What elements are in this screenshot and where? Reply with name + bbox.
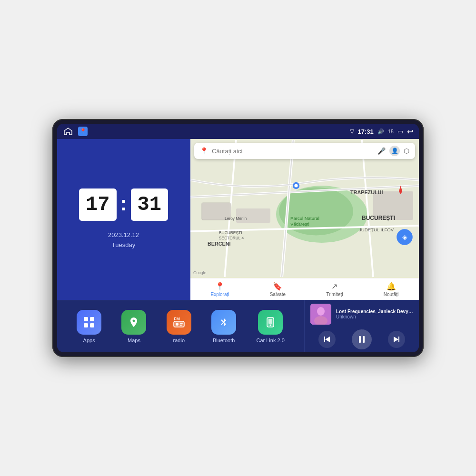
map-nav-explore[interactable]: 📍 Explorați: [211, 282, 229, 297]
clock-separator: :: [120, 192, 127, 215]
music-text: Lost Frequencies_Janieck Devy-... Unknow…: [336, 309, 413, 319]
svg-point-42: [270, 324, 271, 326]
svg-rect-41: [268, 319, 272, 324]
apps-panel: Apps Maps FM: [57, 300, 305, 352]
music-info-row: Lost Frequencies_Janieck Devy-... Unknow…: [310, 304, 413, 325]
map-panel[interactable]: 📍 Căutați aici 🎤 👤 ⬡: [190, 139, 419, 300]
svg-text:BUCUREȘTI: BUCUREȘTI: [362, 215, 395, 221]
music-artist: Unknown: [336, 314, 413, 319]
svg-point-36: [176, 323, 178, 326]
music-controls: [310, 329, 413, 349]
maps-icon: [121, 310, 146, 335]
maps-label: Maps: [128, 337, 140, 343]
play-pause-button[interactable]: [352, 329, 372, 349]
clock-panel: 17 : 31 2023.12.12 Tuesday: [57, 139, 190, 300]
news-icon: 🔔: [387, 282, 396, 291]
svg-rect-37: [180, 323, 183, 324]
svg-point-24: [294, 184, 298, 187]
svg-rect-47: [324, 337, 325, 342]
svg-text:BUCUREȘTI: BUCUREȘTI: [219, 230, 242, 235]
album-art: [310, 304, 331, 325]
app-apps[interactable]: Apps: [77, 310, 101, 343]
apps-label: Apps: [83, 337, 95, 343]
radio-label: radio: [173, 337, 185, 343]
maps-shortcut-icon[interactable]: 📍: [78, 127, 88, 136]
layers-icon[interactable]: ⬡: [404, 147, 409, 155]
svg-marker-46: [325, 337, 330, 342]
day-display: Tuesday: [108, 240, 139, 250]
status-left-icons: 📍: [63, 127, 88, 136]
battery-level: 18: [388, 129, 394, 134]
svg-marker-50: [394, 337, 398, 342]
battery-icon: ▭: [397, 128, 403, 135]
app-radio[interactable]: FM radio: [167, 310, 191, 343]
send-label: Trimiteți: [326, 292, 343, 297]
date-display: 2023.12.12: [108, 230, 139, 240]
status-time: 17:31: [358, 128, 374, 135]
music-panel: Lost Frequencies_Janieck Devy-... Unknow…: [305, 300, 419, 352]
back-button[interactable]: ↩: [407, 127, 413, 136]
volume-icon: 🔊: [377, 129, 384, 135]
explore-icon: 📍: [215, 282, 225, 291]
status-bar: 📍 ▽ 17:31 🔊 18 ▭ ↩: [57, 124, 419, 139]
map-bottom-nav: 📍 Explorați 🔖 Salvate ↗ Trimiteți 🔔 Nout…: [190, 278, 419, 300]
carlink-label: Car Link 2.0: [256, 337, 284, 343]
svg-rect-51: [398, 337, 399, 342]
map-background[interactable]: TRAPEZULUI BUCUREȘTI JUDEȚUL ILFOV BERCE…: [190, 139, 419, 278]
svg-text:Leroy Merlin: Leroy Merlin: [225, 216, 247, 221]
status-right-info: ▽ 17:31 🔊 18 ▭ ↩: [350, 127, 414, 136]
map-nav-saved[interactable]: 🔖 Salvate: [270, 282, 286, 297]
map-nav-send[interactable]: ↗ Trimiteți: [326, 282, 343, 297]
album-image: [310, 304, 331, 325]
svg-rect-38: [180, 325, 182, 326]
svg-text:SECTORUL 4: SECTORUL 4: [219, 236, 244, 240]
main-content: 17 : 31 2023.12.12 Tuesday 📍 Căutați aic…: [57, 139, 419, 300]
bluetooth-label: Bluetooth: [213, 337, 235, 343]
svg-text:BERCENI: BERCENI: [208, 241, 231, 247]
svg-text:Văcărești: Văcărești: [290, 221, 309, 227]
svg-point-44: [317, 307, 325, 316]
prev-button[interactable]: [318, 331, 336, 348]
svg-rect-49: [363, 336, 365, 343]
music-title: Lost Frequencies_Janieck Devy-...: [336, 309, 413, 314]
next-button[interactable]: [388, 331, 405, 348]
svg-rect-32: [90, 323, 94, 327]
map-search-bar[interactable]: 📍 Căutați aici 🎤 👤 ⬡: [194, 143, 415, 159]
saved-icon: 🔖: [273, 282, 282, 291]
date-info: 2023.12.12 Tuesday: [108, 230, 139, 250]
bluetooth-icon: [211, 310, 236, 335]
svg-rect-29: [84, 317, 88, 321]
send-icon: ↗: [331, 282, 337, 291]
car-head-unit: 📍 ▽ 17:31 🔊 18 ▭ ↩ 17 : 31: [52, 119, 424, 357]
svg-rect-31: [84, 323, 88, 327]
svg-text:Google: Google: [193, 270, 206, 275]
clock-minute: 31: [131, 188, 168, 221]
map-nav-news[interactable]: 🔔 Noutăți: [384, 282, 399, 297]
clock-widget: 17 : 31: [79, 188, 168, 221]
clock-hour: 17: [79, 188, 116, 221]
svg-text:JUDEȚUL ILFOV: JUDEȚUL ILFOV: [359, 227, 394, 232]
carlink-icon: [258, 310, 283, 335]
svg-text:TRAPEZULUI: TRAPEZULUI: [350, 189, 383, 195]
svg-text:Parcul Natural: Parcul Natural: [290, 216, 319, 221]
saved-label: Salvate: [270, 292, 286, 297]
app-carlink[interactable]: Car Link 2.0: [256, 310, 284, 343]
app-maps[interactable]: Maps: [121, 310, 146, 343]
maps-pin-icon: 📍: [200, 147, 208, 155]
explore-label: Explorați: [211, 292, 229, 297]
apps-icon: [77, 310, 101, 335]
search-text: Căutați aici: [212, 148, 374, 155]
svg-text:◈: ◈: [402, 233, 407, 241]
svg-rect-48: [359, 336, 361, 343]
radio-icon: FM: [167, 310, 191, 335]
user-avatar[interactable]: 👤: [389, 146, 400, 156]
app-bluetooth[interactable]: Bluetooth: [211, 310, 236, 343]
signal-icon: ▽: [350, 128, 354, 135]
svg-rect-30: [90, 317, 94, 321]
microphone-icon[interactable]: 🎤: [377, 147, 386, 155]
screen: 📍 ▽ 17:31 🔊 18 ▭ ↩ 17 : 31: [57, 124, 419, 352]
bottom-row: Apps Maps FM: [57, 300, 419, 352]
svg-rect-34: [174, 321, 184, 327]
home-button[interactable]: [63, 127, 73, 136]
svg-text:FM: FM: [174, 317, 180, 321]
